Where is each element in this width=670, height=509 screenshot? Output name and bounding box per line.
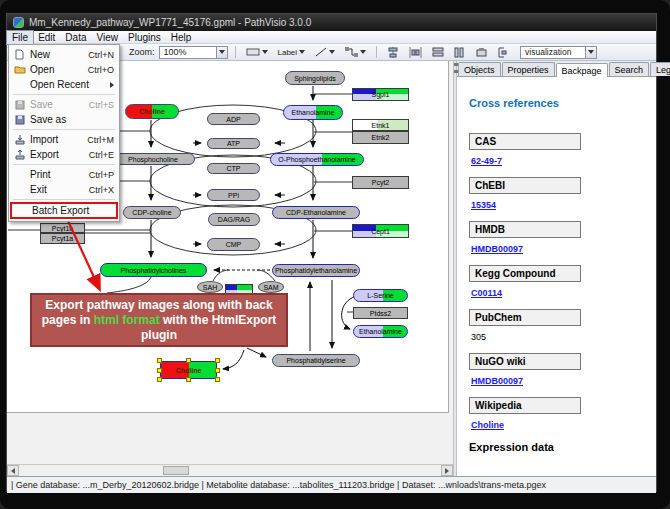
submenu-arrow-icon <box>110 82 114 88</box>
tab-properties[interactable]: Properties <box>502 62 555 76</box>
node-sgpl1[interactable]: Sgpl1 <box>352 88 409 101</box>
arrow-left-icon <box>11 468 15 474</box>
node-pcyt2[interactable]: Pcyt2 <box>352 176 409 189</box>
zoom-dropdown-button[interactable] <box>216 47 227 58</box>
selection-handle[interactable] <box>186 358 191 363</box>
node-etnk2[interactable]: Etnk2 <box>352 131 409 144</box>
node-dag[interactable]: DAG/RAG <box>208 213 260 226</box>
node-cdp-choline[interactable]: CDP-choline <box>123 206 181 219</box>
layout-button[interactable] <box>494 45 510 60</box>
node-sah[interactable]: SAH <box>197 281 223 293</box>
tab-objects[interactable]: Objects <box>458 62 501 76</box>
xref-link[interactable]: C00114 <box>471 288 502 298</box>
selection-handle[interactable] <box>215 377 220 382</box>
distribute-horizontal-button[interactable] <box>406 45 425 60</box>
stack-rows-button[interactable] <box>429 45 447 60</box>
node-pcyt1b[interactable]: Pcyt1b <box>40 223 85 233</box>
align-center-icon <box>387 47 399 58</box>
menu-item-exit[interactable]: Exit Ctrl+X <box>10 182 118 197</box>
caret-down-icon <box>329 50 335 54</box>
node-pcyt1a[interactable]: Pcyt1a <box>40 233 85 244</box>
backpage-content[interactable]: Cross references CAS 62-49-7 ChEBI 15354… <box>457 77 656 476</box>
tab-backpage[interactable]: Backpage <box>556 63 608 77</box>
caret-down-icon <box>262 50 268 54</box>
node-atp[interactable]: ATP <box>207 138 260 149</box>
label-tool[interactable]: Label <box>275 46 309 59</box>
menu-item-export[interactable]: Export Ctrl+E <box>10 147 118 162</box>
tab-legend[interactable]: Legend <box>650 62 670 76</box>
visualization-dropdown-button[interactable] <box>585 47 596 58</box>
xref-link[interactable]: Choline <box>471 420 504 430</box>
menu-separator <box>13 129 115 130</box>
panel-splitter[interactable] <box>453 61 457 476</box>
xref-link[interactable]: 62-49-7 <box>471 156 502 166</box>
node-cdp-ethanolamine[interactable]: CDP-Ethanolamine <box>272 206 360 219</box>
menu-item-save[interactable]: Save Ctrl+S <box>10 97 118 112</box>
gene-datanode-tool[interactable] <box>243 45 271 59</box>
annotation-callout: Export pathway images along with back pa… <box>30 293 288 347</box>
node-phosphatidylserine[interactable]: Phosphatidylserine <box>272 354 360 367</box>
node-o-phosphoethanolamine[interactable]: O-Phosphoethanolamine <box>270 153 364 166</box>
menu-item-new[interactable]: New Ctrl+N <box>10 47 118 62</box>
scroll-left-button[interactable] <box>7 465 19 476</box>
xref-source-name: PubChem <box>469 309 581 326</box>
line-tool[interactable] <box>312 45 338 59</box>
node-sphingolipids[interactable]: Sphingolipids <box>285 71 345 85</box>
node-l-serine[interactable]: L-Serine <box>353 289 408 302</box>
menu-item-import[interactable]: Import Ctrl+M <box>10 132 118 147</box>
connector-tool[interactable] <box>342 45 369 59</box>
splitter-grab-icon <box>454 63 458 73</box>
menu-help[interactable]: Help <box>166 31 197 44</box>
align-center-button[interactable] <box>384 45 402 60</box>
node-ctp[interactable]: CTP <box>207 163 260 174</box>
menu-file[interactable]: File <box>7 31 33 44</box>
xref-source-name: Kegg Compound <box>469 265 581 282</box>
line-tool-icon <box>315 47 327 57</box>
node-phosphocholine[interactable]: Phosphocholine <box>111 153 195 165</box>
node-phosphatidylcholines[interactable]: Phosphatidylcholines <box>100 263 207 277</box>
common-size-icon <box>476 47 487 58</box>
menu-edit[interactable]: Edit <box>33 31 60 44</box>
node-adp[interactable]: ADP <box>207 113 260 125</box>
menu-item-batch-export[interactable]: Batch Export <box>10 202 118 219</box>
menu-plugins[interactable]: Plugins <box>123 31 166 44</box>
selection-handle[interactable] <box>215 358 220 363</box>
scroll-right-button[interactable] <box>441 465 453 476</box>
menu-data[interactable]: Data <box>60 31 91 44</box>
node-sam[interactable]: SAM <box>258 281 284 293</box>
selection-handle[interactable] <box>157 377 162 382</box>
menu-item-open[interactable]: Open Ctrl+O <box>10 62 118 77</box>
node-ppi[interactable]: PPi <box>207 189 260 201</box>
annotation-text: Export pathway images along with back pa… <box>38 298 280 343</box>
toolbar-separator <box>376 46 377 58</box>
node-ethanolamine-2[interactable]: Ethanolamine <box>353 325 408 338</box>
menu-item-print[interactable]: Print Ctrl+P <box>10 167 118 182</box>
node-etnk1[interactable]: Etnk1 <box>352 119 409 131</box>
stack-columns-button[interactable] <box>451 45 469 60</box>
zoom-combobox[interactable]: 100% <box>159 46 228 59</box>
common-size-button[interactable] <box>473 45 490 60</box>
scrollbar-thumb[interactable] <box>163 466 189 475</box>
xref-link[interactable]: HMDB00097 <box>471 376 523 386</box>
tab-search[interactable]: Search <box>609 62 650 76</box>
node-cmp[interactable]: CMP <box>207 238 260 251</box>
menu-view[interactable]: View <box>91 31 123 44</box>
node-cept1[interactable]: Cept1 <box>352 224 409 238</box>
status-text: | Gene database: ...m_Derby_20120602.bri… <box>11 480 546 490</box>
selection-handle[interactable] <box>186 377 191 382</box>
xref-link[interactable]: HMDB00097 <box>471 244 523 254</box>
visualization-combobox[interactable]: visualization <box>520 46 597 59</box>
selection-handle[interactable] <box>157 358 162 363</box>
xref-link[interactable]: 15354 <box>471 200 496 210</box>
title-bar[interactable]: Mm_Kennedy_pathway_WP1771_45176.gpml - P… <box>7 14 656 31</box>
node-ptdss2[interactable]: Ptdss2 <box>353 307 408 319</box>
node-ethanolamine[interactable]: Ethanolamine <box>283 105 343 120</box>
selection-handle[interactable] <box>215 368 220 373</box>
file-menu-popup: New Ctrl+N Open Ctrl+O Open Recent Save … <box>8 44 120 222</box>
node-phosphatidylethanolamine[interactable]: Phosphatidylethanolamine <box>272 264 360 277</box>
canvas-horizontal-scrollbar[interactable] <box>7 464 453 476</box>
menu-item-save-as[interactable]: Save as <box>10 112 118 127</box>
selection-handle[interactable] <box>157 368 162 373</box>
menu-item-open-recent[interactable]: Open Recent <box>10 77 118 92</box>
node-choline[interactable]: Choline <box>125 104 179 119</box>
